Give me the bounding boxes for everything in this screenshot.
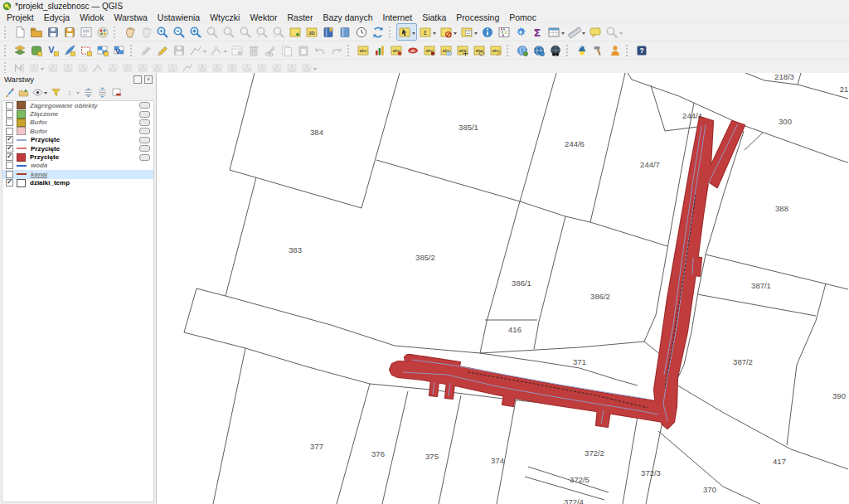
add-wms-layer-button[interactable] bbox=[95, 41, 111, 59]
layer-checkbox[interactable]: ✓ bbox=[6, 179, 13, 187]
layer-diagram-options-button[interactable] bbox=[371, 41, 388, 59]
temporal-controller-button[interactable] bbox=[353, 23, 370, 41]
modify-attributes-button[interactable] bbox=[229, 41, 245, 59]
zoom-full-button[interactable] bbox=[187, 23, 204, 41]
menu-internet[interactable]: Internet bbox=[378, 12, 418, 22]
menu-raster[interactable]: Raster bbox=[282, 12, 318, 22]
highlight-pinned-labels-button[interactable]: ab bbox=[405, 41, 421, 59]
zoom-to-selection-button[interactable] bbox=[204, 23, 221, 41]
layer-checkbox[interactable]: ✓ bbox=[6, 136, 13, 143]
save-layer-edits-button[interactable] bbox=[171, 41, 187, 59]
manage-map-themes-button[interactable] bbox=[31, 85, 49, 99]
layer-checkbox[interactable] bbox=[6, 162, 13, 169]
toolbar-handle[interactable] bbox=[130, 45, 134, 56]
help-contents-button[interactable]: ? bbox=[633, 41, 650, 59]
remove-layer-button[interactable] bbox=[109, 85, 124, 99]
toolbar-handle[interactable] bbox=[389, 27, 393, 38]
layer-checkbox[interactable]: ✓ bbox=[6, 153, 13, 161]
new-temporary-scratch-layer-button[interactable] bbox=[78, 41, 95, 59]
plugin-tool-button[interactable] bbox=[590, 41, 607, 59]
zoom-in-button[interactable] bbox=[154, 23, 171, 41]
layer-checkbox[interactable] bbox=[6, 128, 13, 135]
python-console-button[interactable] bbox=[574, 41, 590, 59]
user-profile-button[interactable] bbox=[607, 41, 623, 59]
menu-wektor[interactable]: Wektor bbox=[245, 12, 282, 22]
zoom-last-button[interactable] bbox=[254, 23, 270, 41]
pan-map-button[interactable] bbox=[121, 23, 138, 41]
nominatim-search-button[interactable] bbox=[604, 23, 624, 41]
menu-wtyczki[interactable]: Wtyczki bbox=[205, 12, 245, 22]
toolbar-handle[interactable] bbox=[4, 62, 8, 74]
rotate-label-button[interactable]: abc bbox=[471, 41, 488, 59]
copy-features-button[interactable] bbox=[279, 41, 295, 59]
add-line-feature-button[interactable] bbox=[187, 41, 208, 59]
metasearch-button[interactable] bbox=[514, 41, 531, 59]
style-manager-button[interactable] bbox=[95, 23, 111, 41]
save-project-button[interactable] bbox=[45, 23, 61, 41]
new-print-layout-button[interactable] bbox=[78, 23, 95, 41]
layer-checkbox[interactable] bbox=[6, 102, 13, 109]
zoom-native-button[interactable] bbox=[237, 23, 254, 41]
add-wfs-layer-button[interactable]: V bbox=[111, 41, 128, 59]
toolbar-handle[interactable] bbox=[626, 45, 630, 56]
change-label-properties-button[interactable]: abc bbox=[488, 41, 504, 59]
layer-item-kanal[interactable]: kanal bbox=[2, 170, 153, 178]
deselect-features-button[interactable] bbox=[438, 23, 458, 41]
layer-item-bufor[interactable]: Bufor bbox=[2, 119, 153, 127]
menu-bazy-danych[interactable]: Bazy danych bbox=[318, 12, 377, 22]
layer-item-przycięte[interactable]: ✓Przycięte bbox=[2, 144, 153, 153]
layer-item-bufor[interactable]: Bufor bbox=[2, 127, 153, 135]
layer-item-dzialki_temp[interactable]: ✓dzialki_temp bbox=[2, 179, 153, 187]
new-geopackage-layer-button[interactable] bbox=[28, 41, 45, 59]
menu-pomoc[interactable]: Pomoc bbox=[504, 12, 541, 22]
layer-checkbox[interactable]: ✓ bbox=[6, 145, 13, 153]
new-shapefile-layer-button[interactable]: V bbox=[45, 41, 61, 59]
map-canvas[interactable]: 384385/1244/6244/7244/4300218/3213883833… bbox=[157, 73, 849, 504]
toggle-editing-button[interactable] bbox=[154, 41, 171, 59]
new-project-button[interactable] bbox=[12, 23, 28, 41]
measure-line-button[interactable] bbox=[566, 23, 587, 41]
menu-processing[interactable]: Processing bbox=[451, 12, 504, 22]
collapse-all-button[interactable] bbox=[95, 85, 109, 99]
menu-ustawienia[interactable]: Ustawienia bbox=[153, 12, 205, 22]
zoom-out-button[interactable] bbox=[171, 23, 187, 41]
toggle-pinned-labels-button[interactable]: abc bbox=[421, 41, 438, 59]
processing-toolbox-button[interactable] bbox=[512, 23, 529, 41]
identify-features-button[interactable] bbox=[479, 23, 496, 41]
filter-legend-button[interactable] bbox=[49, 85, 63, 99]
redo-button[interactable] bbox=[328, 41, 345, 59]
menu-widok[interactable]: Widok bbox=[75, 12, 109, 22]
search-geodata-button[interactable] bbox=[547, 41, 564, 59]
open-field-calculator-button[interactable] bbox=[496, 23, 512, 41]
statistical-summary-button[interactable]: Σ bbox=[529, 23, 546, 41]
layer-item-zagregowane-obiekty[interactable]: Zagregowane obiekty bbox=[2, 101, 153, 109]
data-source-manager-button[interactable] bbox=[12, 41, 28, 59]
open-attribute-table-button[interactable] bbox=[546, 23, 566, 41]
toolbar-handle[interactable] bbox=[4, 27, 8, 38]
paste-features-button[interactable] bbox=[295, 41, 312, 59]
undo-button[interactable] bbox=[312, 41, 328, 59]
panel-undock-icon[interactable] bbox=[133, 75, 142, 84]
expand-all-button[interactable] bbox=[81, 85, 95, 99]
show-hide-labels-button[interactable]: abc bbox=[438, 41, 454, 59]
move-label-button[interactable]: abc bbox=[454, 41, 471, 59]
zoom-next-button[interactable] bbox=[270, 23, 287, 41]
menu-projekt[interactable]: Projekt bbox=[2, 12, 39, 22]
show-spatial-bookmarks-button[interactable] bbox=[337, 23, 353, 41]
pin-labels-button[interactable]: abc bbox=[388, 41, 405, 59]
menu-siatka[interactable]: Siatka bbox=[417, 12, 451, 22]
metasearch-services-button[interactable] bbox=[531, 41, 547, 59]
select-by-expression-button[interactable]: ε bbox=[417, 23, 438, 41]
open-project-button[interactable] bbox=[28, 23, 45, 41]
menu-warstwa[interactable]: Warstwa bbox=[109, 12, 152, 22]
layer-item-przycięte[interactable]: ✓Przycięte bbox=[2, 153, 153, 161]
delete-selected-button[interactable] bbox=[245, 41, 262, 59]
new-3d-map-view-button[interactable]: 3D bbox=[303, 23, 320, 41]
layer-item-złączone[interactable]: Złączone bbox=[2, 109, 153, 118]
select-by-value-button[interactable] bbox=[458, 23, 479, 41]
layer-item-woda[interactable]: woda bbox=[2, 162, 153, 170]
current-edits-button[interactable] bbox=[138, 41, 154, 59]
zoom-to-layer-button[interactable] bbox=[221, 23, 237, 41]
menu-edycja[interactable]: Edycja bbox=[39, 12, 75, 22]
toolbar-handle[interactable] bbox=[507, 45, 511, 56]
